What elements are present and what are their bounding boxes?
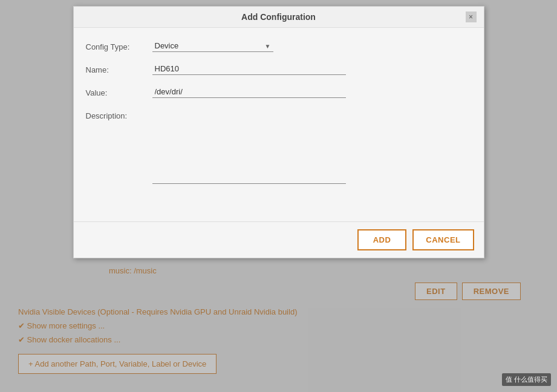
config-type-select[interactable]: Device Variable Port Path Label [152,40,273,52]
config-type-row: Config Type: Device Variable Port Path L… [86,40,466,52]
name-row: Name: [86,63,466,75]
description-row: Description: [86,109,466,184]
value-control [152,86,466,98]
watermark: 值 什么值得买 [502,373,551,386]
value-input[interactable] [152,86,346,98]
name-control [152,63,466,75]
config-type-control: Device Variable Port Path Label [152,40,466,52]
description-textarea[interactable] [152,111,346,184]
add-configuration-modal: Add Configuration × Config Type: Device … [73,6,484,258]
add-button[interactable]: ADD [357,229,407,250]
config-type-select-wrapper: Device Variable Port Path Label [152,40,273,52]
modal-title: Add Configuration [92,12,466,22]
modal-close-button[interactable]: × [466,11,477,22]
description-control [152,109,466,184]
name-input[interactable] [152,63,346,75]
modal-body: Config Type: Device Variable Port Path L… [74,28,484,221]
value-row: Value: [86,86,466,98]
modal-header: Add Configuration × [74,7,484,28]
name-label: Name: [86,63,152,74]
modal-footer: ADD CANCEL [74,221,484,258]
description-label: Description: [86,109,152,120]
cancel-button[interactable]: CANCEL [412,229,474,250]
value-label: Value: [86,86,152,97]
config-type-label: Config Type: [86,40,152,51]
